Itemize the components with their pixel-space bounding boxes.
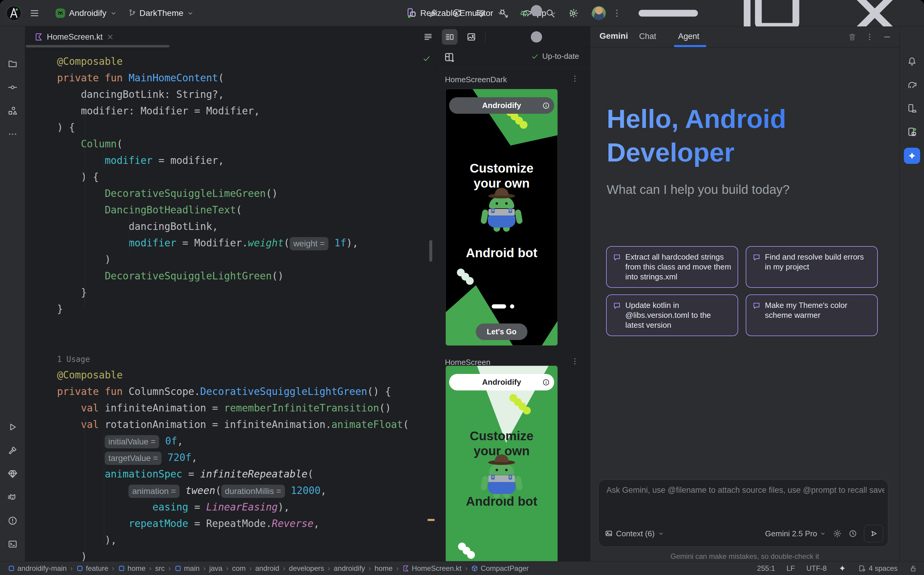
code-view-button[interactable]: [420, 29, 436, 45]
tab-agent[interactable]: Agent: [678, 32, 700, 41]
horizontal-scrollbar-thumb[interactable]: [26, 45, 169, 48]
code-line: val rotationAnimation = infiniteAnimatio…: [57, 416, 425, 433]
run-tool-icon[interactable]: [8, 422, 18, 432]
device-manager-icon[interactable]: [907, 103, 917, 113]
history-icon[interactable]: [848, 529, 857, 538]
breadcrumb-separator: ›: [283, 564, 285, 573]
vertical-scrollbar-thumb[interactable]: [429, 240, 432, 262]
code-line: modifier: Modifier = Modifier,: [57, 103, 425, 119]
breadcrumb-item[interactable]: main: [174, 564, 200, 573]
appbar-title: Androidify: [482, 378, 521, 387]
code-line: repeatMode = RepeatMode.Reverse,: [57, 515, 425, 532]
compose-preview-panel: Up-to-date HomeScreenDark Customizeyour …: [437, 48, 590, 561]
speech-bubble-icon: [613, 253, 621, 262]
info-icon: [542, 378, 550, 386]
code-line: modifier = Modifier.weight(weight = 1f),: [57, 235, 425, 251]
code-line: ): [57, 548, 425, 561]
right-tool-stripe: [899, 26, 924, 561]
code-view-icon: [423, 32, 433, 42]
project-tool-icon[interactable]: [8, 59, 18, 69]
model-selector[interactable]: Gemini 2.5 Pro: [765, 529, 826, 538]
split-view-button[interactable]: [442, 29, 458, 45]
profiler-button[interactable]: [475, 8, 485, 18]
inspection-ok-icon[interactable]: [422, 54, 431, 63]
clear-chat-icon[interactable]: [848, 32, 857, 41]
hamburger-menu-icon[interactable]: [29, 8, 40, 18]
breadcrumb-item[interactable]: home: [375, 564, 393, 573]
code-line: DecorativeSquiggleLimeGreen(): [57, 185, 425, 202]
code-line: ) {: [57, 119, 425, 136]
breadcrumb-separator: ›: [169, 564, 171, 573]
ai-status-icon[interactable]: [838, 564, 846, 573]
hide-panel-icon[interactable]: [883, 32, 892, 41]
code-line: modifier = modifier,: [57, 152, 425, 168]
logcat-tool-icon[interactable]: [8, 492, 18, 502]
vcs-branch-selector[interactable]: DarkTheme: [127, 8, 194, 18]
module-icon: [118, 565, 125, 572]
build-tool-icon[interactable]: [8, 445, 18, 456]
gemini-options-icon[interactable]: [865, 32, 874, 41]
breadcrumb-item[interactable]: androidify-main: [8, 564, 67, 573]
terminal-tool-icon[interactable]: [8, 539, 18, 549]
code-line: val infiniteAnimation = rememberInfinite…: [57, 400, 425, 416]
breadcrumb-item[interactable]: java: [209, 564, 223, 573]
problems-tool-icon[interactable]: [8, 516, 18, 526]
gemini-tool-button[interactable]: [904, 148, 920, 164]
tab-chat[interactable]: Chat: [639, 32, 656, 41]
more-tools-icon[interactable]: [8, 129, 18, 139]
gemini-settings-icon[interactable]: [833, 529, 842, 538]
suggestion-text: Find and resolve build errors in my proj…: [765, 252, 871, 272]
project-selector[interactable]: Androidify: [55, 8, 118, 19]
breadcrumb-item[interactable]: home: [118, 564, 146, 573]
lets-go-button: Let's Go: [476, 324, 527, 340]
breadcrumb-separator: ›: [203, 564, 206, 573]
breadcrumb-label: HomeScreen.kt: [412, 564, 461, 573]
notifications-icon[interactable]: [907, 56, 917, 67]
design-view-button[interactable]: [463, 29, 479, 45]
app-quality-insights-icon[interactable]: [8, 469, 18, 479]
preview-homescreen[interactable]: Customizeyour own Android bot Androidify: [445, 365, 558, 561]
apply-changes-button[interactable]: [452, 8, 462, 18]
breadcrumb-item[interactable]: feature: [76, 564, 108, 573]
code-line: easing = LinearEasing),: [57, 499, 425, 515]
breadcrumb-item[interactable]: developers: [289, 564, 324, 573]
close-tab-icon[interactable]: [106, 33, 114, 41]
gemini-input-box[interactable]: Context (6) Gemini 2.5 Pro: [598, 480, 888, 547]
tab-homescreen-kt[interactable]: HomeScreen.kt: [30, 26, 118, 48]
kotlin-icon: [402, 565, 409, 572]
suggestion-card[interactable]: Make my Theme's color scheme warmer: [746, 294, 878, 336]
preview-name-dark[interactable]: HomeScreenDark: [445, 75, 507, 84]
code-line: ): [57, 251, 425, 268]
caret-position[interactable]: 255:1: [757, 564, 775, 573]
breadcrumb-item[interactable]: HomeScreen.kt: [402, 564, 461, 573]
running-devices-icon[interactable]: [907, 127, 917, 137]
suggestion-card[interactable]: Update kotlin in @libs.version.toml to t…: [606, 294, 738, 336]
suggestion-card[interactable]: Find and resolve build errors in my proj…: [746, 246, 878, 288]
code-editor[interactable]: @Composableprivate fun MainHomeContent( …: [25, 48, 437, 561]
line-separator[interactable]: LF: [787, 564, 795, 573]
file-encoding[interactable]: UTF-8: [806, 564, 827, 573]
breadcrumb-item[interactable]: com: [232, 564, 246, 573]
preview-layout-icon[interactable]: [444, 52, 455, 63]
send-button[interactable]: [864, 525, 883, 542]
breadcrumb-item[interactable]: CompactPager: [471, 564, 529, 573]
context-selector[interactable]: Context (6): [604, 529, 664, 538]
user-avatar[interactable]: [592, 6, 606, 20]
breadcrumb-item[interactable]: androidify: [334, 564, 365, 573]
structure-tool-icon[interactable]: [8, 106, 18, 116]
breadcrumb-item[interactable]: android: [255, 564, 279, 573]
suggestion-card[interactable]: Extract all hardcoded strings from this …: [606, 246, 738, 288]
preview-options-icon[interactable]: [571, 357, 579, 365]
file-lock-icon[interactable]: [909, 564, 918, 573]
commit-tool-icon[interactable]: [8, 82, 18, 92]
preview-options-icon[interactable]: [571, 75, 579, 83]
suggestion-text: Extract all hardcoded strings from this …: [625, 252, 732, 282]
gradle-tool-icon[interactable]: [907, 80, 917, 90]
preview-homescreendark[interactable]: Customizeyour own Android bot Let's Go A…: [445, 89, 558, 346]
indent-setting[interactable]: 4 spaces: [858, 564, 898, 573]
breadcrumb-separator: ›: [249, 564, 251, 573]
gemini-prompt-input[interactable]: [606, 485, 885, 495]
breadcrumb-item[interactable]: src: [155, 564, 165, 573]
build-button[interactable]: [428, 8, 438, 18]
speech-bubble-icon: [613, 302, 621, 310]
